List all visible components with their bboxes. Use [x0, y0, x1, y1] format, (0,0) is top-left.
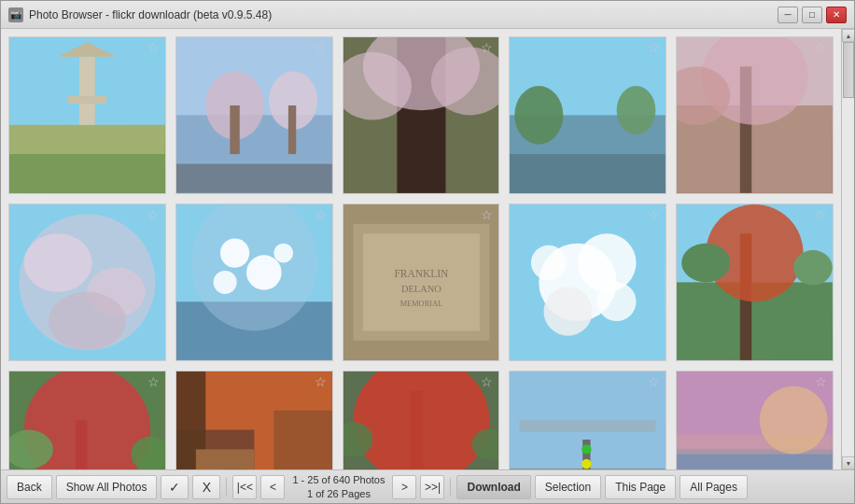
photo-9-image [510, 204, 666, 360]
photo-5-image [677, 37, 833, 193]
star-icon-15[interactable]: ☆ [815, 375, 827, 388]
svg-point-81 [582, 458, 592, 468]
star-icon-8[interactable]: ☆ [481, 208, 493, 221]
divider-2 [450, 478, 451, 497]
photo-cell[interactable]: ☆ [509, 203, 666, 361]
prev-page-button[interactable]: < [260, 475, 285, 499]
download-button[interactable]: Download [456, 475, 530, 499]
last-page-button[interactable]: >>| [420, 475, 444, 499]
window-title: Photo Browser - flickr downloadr (beta v… [29, 8, 272, 21]
svg-rect-20 [510, 154, 666, 193]
svg-text:DELANO: DELANO [401, 284, 442, 294]
svg-rect-67 [196, 449, 255, 469]
scroll-down-button[interactable]: ▼ [842, 456, 854, 469]
title-bar: 📷 Photo Browser - flickr downloadr (beta… [1, 1, 854, 29]
scroll-up-button[interactable]: ▲ [842, 29, 854, 42]
star-icon-7[interactable]: ☆ [315, 208, 327, 221]
first-page-button[interactable]: |<< [232, 475, 257, 499]
photo-cell[interactable]: ☆ [509, 36, 666, 194]
photo-cell[interactable]: ☆ [175, 371, 333, 469]
svg-rect-2 [79, 57, 95, 125]
star-icon-6[interactable]: ☆ [147, 208, 160, 221]
photo-cell[interactable]: ☆ [8, 371, 166, 469]
photo-cell[interactable]: ☆ [175, 203, 333, 361]
photo-3-image [343, 37, 499, 193]
svg-point-50 [597, 282, 637, 321]
photo-4-image [510, 37, 666, 193]
photo-cell[interactable]: ☆ [676, 203, 834, 361]
photo-cell[interactable]: ☆ [8, 36, 166, 194]
star-icon-10[interactable]: ☆ [815, 208, 827, 221]
photo-8-image: FRANKLIN DELANO MEMORIAL [343, 204, 499, 360]
svg-point-21 [515, 86, 564, 145]
svg-rect-11 [230, 105, 239, 154]
svg-point-73 [353, 371, 489, 469]
minimize-button[interactable]: ─ [778, 7, 798, 23]
photo-cell[interactable]: ☆ [676, 371, 834, 469]
svg-point-39 [273, 244, 293, 263]
photo-2-image [176, 37, 332, 193]
svg-point-87 [760, 385, 828, 454]
photo-cell[interactable]: ☆ [343, 371, 500, 469]
back-button[interactable]: Back [7, 475, 52, 499]
star-icon-5[interactable]: ☆ [815, 41, 827, 54]
scroll-track[interactable] [842, 42, 854, 456]
photo-grid: ☆ ☆ [8, 36, 834, 469]
selection-button[interactable]: Selection [535, 475, 601, 499]
photo-cell[interactable]: ☆ [509, 371, 666, 469]
pagination-info: 1 - 25 of 640 Photos 1 of 26 Pages [288, 473, 388, 500]
close-button[interactable]: ✕ [826, 7, 847, 23]
title-bar-left: 📷 Photo Browser - flickr downloadr (beta… [8, 7, 272, 22]
photo-13-image [343, 371, 499, 469]
svg-point-37 [246, 255, 282, 290]
svg-rect-42 [362, 233, 479, 330]
x-button[interactable]: X [192, 475, 220, 499]
this-page-button[interactable]: This Page [605, 475, 676, 499]
photo-7-image [176, 204, 332, 360]
photo-cell[interactable]: ☆ [175, 36, 333, 194]
star-icon-3[interactable]: ☆ [481, 41, 493, 54]
svg-point-48 [578, 233, 637, 292]
content-area: ☆ ☆ [1, 29, 854, 469]
svg-rect-5 [9, 154, 165, 193]
all-pages-button[interactable]: All Pages [680, 475, 748, 499]
photo-cell[interactable]: ☆ [676, 36, 834, 194]
photo-cell[interactable]: FRANKLIN DELANO MEMORIAL ☆ [343, 203, 500, 361]
maximize-button[interactable]: □ [802, 7, 822, 23]
svg-text:MEMORIAL: MEMORIAL [399, 300, 442, 308]
svg-point-56 [681, 244, 730, 283]
photo-15-image [677, 371, 833, 469]
photo-cell[interactable]: ☆ [8, 203, 166, 361]
svg-text:FRANKLIN: FRANKLIN [394, 268, 449, 279]
window-controls: ─ □ ✕ [778, 7, 847, 23]
svg-point-30 [24, 233, 92, 292]
svg-rect-12 [288, 105, 296, 154]
star-icon-13[interactable]: ☆ [481, 375, 493, 388]
check-button[interactable]: ✓ [161, 475, 189, 499]
photo-6-image [9, 204, 165, 360]
scrollbar: ▲ ▼ [841, 29, 854, 469]
star-icon-11[interactable]: ☆ [147, 375, 160, 388]
svg-point-38 [213, 271, 236, 294]
svg-rect-66 [273, 410, 332, 469]
app-icon: 📷 [8, 7, 23, 22]
divider-1 [226, 478, 227, 497]
svg-point-51 [531, 245, 567, 281]
star-icon-2[interactable]: ☆ [315, 41, 327, 54]
svg-point-57 [793, 250, 833, 286]
next-page-button[interactable]: > [392, 475, 416, 499]
photo-10-image [677, 204, 833, 360]
photo-grid-container[interactable]: ☆ ☆ [1, 29, 841, 469]
photo-cell[interactable]: ☆ [343, 36, 500, 194]
show-all-photos-button[interactable]: Show All Photos [56, 475, 158, 499]
star-icon-9[interactable]: ☆ [648, 208, 660, 221]
star-icon-14[interactable]: ☆ [648, 375, 660, 388]
svg-point-80 [582, 444, 592, 454]
photo-12-image [176, 371, 332, 469]
scroll-thumb[interactable] [843, 42, 854, 98]
star-icon-4[interactable]: ☆ [648, 41, 660, 54]
star-icon-1[interactable]: ☆ [147, 41, 160, 54]
svg-rect-69 [225, 469, 245, 469]
svg-rect-3 [68, 96, 107, 104]
star-icon-12[interactable]: ☆ [315, 375, 327, 388]
